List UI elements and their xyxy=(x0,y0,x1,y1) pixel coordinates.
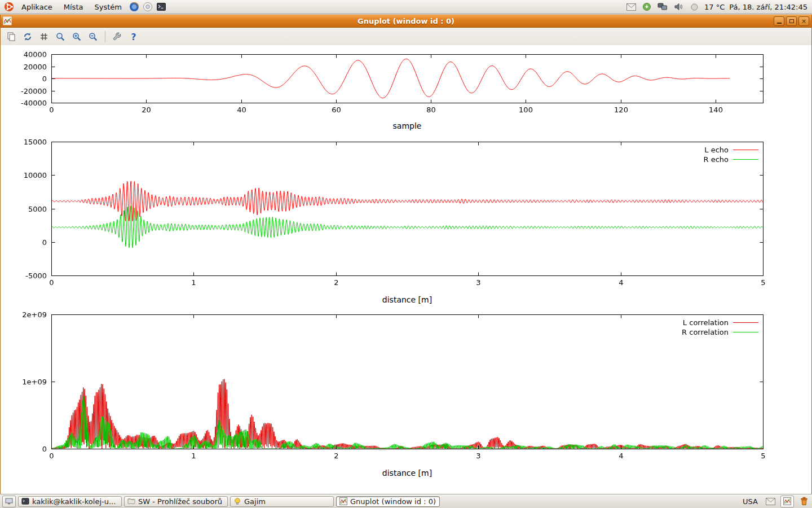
firefox-launcher-icon[interactable] xyxy=(129,1,140,12)
show-desktop-button[interactable] xyxy=(2,496,16,507)
task-label: kaklik@kaklik-kolej-u... xyxy=(32,497,116,506)
maximize-button[interactable] xyxy=(786,16,797,26)
menu-places[interactable]: Místa xyxy=(59,2,88,12)
window-title: Gnuplot (window id : 0) xyxy=(1,17,811,25)
task-label: Gajim xyxy=(244,497,266,506)
toolbar-separator xyxy=(105,31,105,42)
taskbar-right-area: USA xyxy=(740,496,810,507)
legend-line-sample xyxy=(733,150,758,150)
copy-to-clipboard-button[interactable] xyxy=(4,29,19,44)
terminal-launcher-icon[interactable] xyxy=(156,1,167,12)
config-button[interactable] xyxy=(110,29,125,44)
chart2-xlabel: distance [m] xyxy=(51,295,763,304)
refresh-button[interactable] xyxy=(20,29,35,44)
grid-toggle-button[interactable] xyxy=(37,29,51,44)
panel-status-area: 17 °C Pá, 18. září, 21:42:45 xyxy=(625,1,809,12)
gnuplot-window: Gnuplot (window id : 0) × ? xyxy=(0,15,812,494)
legend-label: R correlation xyxy=(682,328,729,336)
chart3-xlabel: distance [m] xyxy=(51,468,763,478)
top-panel: Aplikace Místa Systém 17 °C Pá, 18. září… xyxy=(0,0,812,14)
taskbar: kaklik@kaklik-kolej-u... SW - Prohlížeč … xyxy=(0,494,812,508)
window-titlebar[interactable]: Gnuplot (window id : 0) × xyxy=(1,15,811,28)
zoom-in-button[interactable] xyxy=(69,29,84,44)
task-label: Gnuplot (window id : 0) xyxy=(350,497,436,506)
gnuplot-window-icon xyxy=(3,16,12,25)
help-browser-launcher-icon[interactable] xyxy=(142,1,153,12)
echo-waveform-canvas[interactable] xyxy=(1,137,812,291)
mail-icon[interactable] xyxy=(625,1,637,12)
panel-menus: Aplikace Místa Systém xyxy=(3,1,167,12)
legend-entry: L correlation xyxy=(682,318,758,326)
volume-icon[interactable] xyxy=(673,1,684,12)
sample-waveform-canvas[interactable] xyxy=(1,50,812,117)
chart2-legend: L echo R echo xyxy=(703,146,758,163)
legend-entry: L echo xyxy=(703,146,758,154)
panel-clock[interactable]: Pá, 18. září, 21:42:45 xyxy=(729,3,809,11)
legend-line-sample xyxy=(733,332,758,332)
software-update-icon[interactable] xyxy=(641,1,652,12)
window-controls: × xyxy=(774,16,809,26)
keyboard-layout-indicator[interactable]: USA xyxy=(740,497,760,506)
weather-temperature[interactable]: 17 °C xyxy=(704,3,725,11)
task-button-gnuplot[interactable]: Gnuplot (window id : 0) xyxy=(336,496,440,507)
trash-icon[interactable] xyxy=(798,496,810,507)
weather-icon[interactable] xyxy=(689,1,700,12)
zoom-out-button[interactable] xyxy=(86,29,100,44)
tray-mail-icon[interactable] xyxy=(765,496,776,507)
network-icon[interactable] xyxy=(657,1,668,12)
close-button[interactable]: × xyxy=(798,16,809,26)
legend-label: L echo xyxy=(704,146,729,154)
ubuntu-logo-icon[interactable] xyxy=(3,1,15,12)
legend-label: L correlation xyxy=(683,318,729,327)
task-label: SW - Prohlížeč souborů xyxy=(138,497,222,506)
chart1-xlabel: sample xyxy=(51,121,763,130)
menu-applications[interactable]: Aplikace xyxy=(17,2,57,12)
tray-gnuplot-icon[interactable] xyxy=(780,496,794,507)
zoom-fit-button[interactable] xyxy=(53,29,68,44)
minimize-button[interactable] xyxy=(774,16,784,26)
chart3-legend: L correlation R correlation xyxy=(682,318,758,336)
task-button-file-manager[interactable]: SW - Prohlížeč souborů xyxy=(124,496,228,507)
legend-entry: R echo xyxy=(703,155,758,163)
plot-surface: sample L echo R echo distance [m] L corr… xyxy=(1,45,811,494)
legend-entry: R correlation xyxy=(682,328,758,336)
task-button-terminal[interactable]: kaklik@kaklik-kolej-u... xyxy=(18,496,122,507)
menu-system[interactable]: Systém xyxy=(90,2,126,12)
task-button-gajim[interactable]: Gajim xyxy=(230,496,334,507)
help-button[interactable]: ? xyxy=(126,29,141,44)
help-icon: ? xyxy=(131,32,136,42)
gnuplot-toolbar: ? xyxy=(1,28,811,46)
legend-line-sample xyxy=(733,159,758,160)
legend-line-sample xyxy=(733,322,758,323)
legend-label: R echo xyxy=(703,155,729,164)
